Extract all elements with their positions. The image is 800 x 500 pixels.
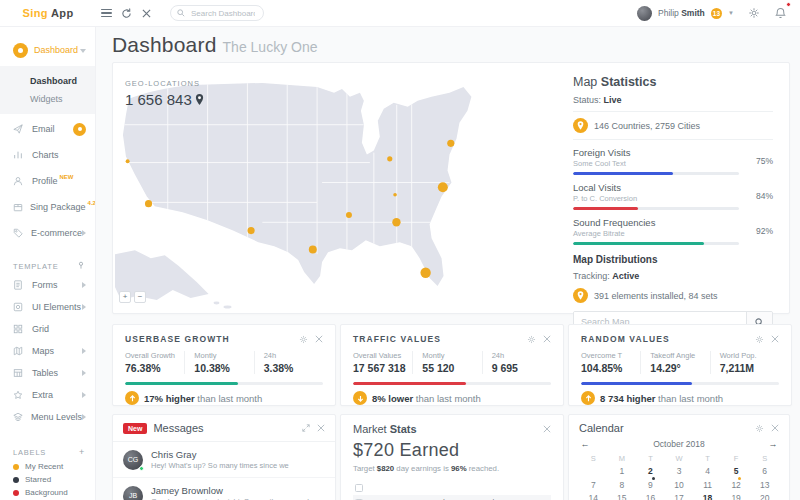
sidebar-label-starred[interactable]: Starred	[0, 473, 95, 486]
select-all-checkbox[interactable]	[355, 484, 363, 492]
add-label-button[interactable]: +	[79, 447, 85, 457]
calendar-day-4[interactable]: 4	[693, 465, 722, 479]
geo-dot[interactable]	[248, 227, 255, 234]
sidebar-item-email[interactable]: Email	[0, 118, 95, 140]
calendar-day-17[interactable]: 17	[665, 492, 694, 500]
expand-icon[interactable]	[302, 424, 310, 432]
calendar-day-3[interactable]: 3	[665, 465, 694, 479]
calendar-day-8[interactable]: 8	[608, 479, 637, 493]
sidebar-item-e-commerce[interactable]: E-commerce	[0, 222, 95, 244]
sidebar-item-charts[interactable]: Charts	[0, 144, 95, 166]
calendar-day-6[interactable]: 6	[750, 465, 779, 479]
gear-icon[interactable]	[744, 3, 764, 23]
sidebar-subitem-widgets[interactable]: Widgets	[0, 90, 95, 108]
sidebar-item-profile[interactable]: ProfileNEW	[0, 170, 95, 192]
chevron-down-icon[interactable]: ▼	[728, 10, 734, 16]
close-icon[interactable]	[771, 335, 779, 344]
close-icon[interactable]	[317, 424, 325, 432]
notifications-bell-icon[interactable]	[770, 3, 790, 23]
sidebar-item-ui-elements[interactable]: UI Elements	[0, 296, 95, 318]
gear-icon[interactable]	[299, 335, 308, 344]
geo-dot[interactable]	[346, 212, 352, 218]
refresh-icon[interactable]	[116, 3, 136, 23]
map-statistics-title: Map Statistics	[573, 75, 773, 89]
sidebar-item-grid[interactable]: Grid	[0, 318, 95, 340]
geo-dot[interactable]	[420, 268, 430, 278]
geo-dot[interactable]	[438, 182, 448, 192]
chevron-right-icon	[82, 414, 86, 421]
chevron-down-icon	[80, 47, 86, 54]
gear-icon[interactable]	[755, 335, 764, 344]
package-icon	[13, 202, 23, 212]
gear-icon[interactable]	[755, 424, 764, 433]
calendar-day-20[interactable]: 20	[750, 492, 779, 500]
calendar-day-11[interactable]: 11	[693, 479, 722, 493]
sidebar-item-forms[interactable]: Forms	[0, 274, 95, 296]
map-pin-icon	[195, 94, 204, 105]
calendar-day-5[interactable]: 5	[722, 465, 751, 479]
geo-dot[interactable]	[387, 156, 392, 161]
map-zoom-out-button[interactable]: −	[134, 291, 146, 303]
calendar-day-header: S	[579, 452, 608, 465]
sidebar-label-background[interactable]: Background	[0, 486, 95, 499]
sidebar-item-dashboard[interactable]: Dashboard	[0, 39, 95, 61]
sidebar-item-extra[interactable]: Extra	[0, 384, 95, 406]
message-item[interactable]: JBJamey BrownlowGood news coming tonight…	[113, 478, 335, 500]
stat-footnote: 8% lower than last month	[353, 391, 551, 405]
pin-icon[interactable]	[77, 261, 85, 271]
calendar-day-12[interactable]: 12	[722, 479, 751, 493]
geo-dot[interactable]	[145, 200, 152, 207]
page-subtitle: The Lucky One	[223, 39, 318, 55]
calendar-day-19[interactable]: 19	[722, 492, 751, 500]
sidebar-item-maps[interactable]: Maps	[0, 340, 95, 362]
calendar-day-10[interactable]: 10	[665, 479, 694, 493]
calendar-day-15[interactable]: 15	[608, 492, 637, 500]
geo-dot[interactable]	[393, 193, 397, 197]
map-area[interactable]: GEO-LOCATIONS 1 656 843 + −	[113, 63, 563, 313]
hamburger-menu-icon[interactable]	[96, 3, 116, 23]
sidebar-item-label: Sing Package	[30, 202, 86, 212]
close-icon[interactable]	[543, 335, 551, 344]
calendar-next-button[interactable]: →	[767, 439, 779, 449]
app-logo[interactable]: Sing App	[0, 7, 96, 19]
close-icon[interactable]	[543, 425, 551, 433]
stat-progress-fill	[581, 382, 692, 385]
geo-dot[interactable]	[392, 218, 400, 226]
user-avatar[interactable]	[637, 6, 652, 21]
calendar-day-2[interactable]: 2	[636, 465, 665, 479]
sidebar-subitem-dashboard[interactable]: Dashboard	[0, 72, 95, 90]
messages-list: CGChris GrayHey! What's up? So many time…	[113, 442, 335, 500]
calendar-day-9[interactable]: 9	[636, 479, 665, 493]
close-icon[interactable]	[315, 335, 323, 344]
geo-dot[interactable]	[309, 245, 317, 253]
map-status: Status: Live	[573, 95, 773, 105]
stat-card-userbase-growth: USERBASE GROWTHOverall Growth76.38%Montl…	[112, 324, 336, 406]
gear-icon[interactable]	[527, 335, 536, 344]
map-zoom-in-button[interactable]: +	[119, 291, 131, 303]
calendar-day-1[interactable]: 1	[608, 465, 637, 479]
sidebar-item-sing-package[interactable]: Sing Package4.2	[0, 196, 95, 218]
close-icon[interactable]	[136, 3, 156, 23]
close-icon[interactable]	[771, 424, 779, 433]
calendar-prev-button[interactable]: ←	[579, 439, 591, 449]
sidebar-item-tables[interactable]: Tables	[0, 362, 95, 384]
sidebar-item-menu-levels[interactable]: Menu Levels	[0, 406, 95, 428]
message-item[interactable]: CGChris GrayHey! What's up? So many time…	[113, 442, 335, 478]
search-input[interactable]	[189, 8, 257, 19]
calendar-day-16[interactable]: 16	[636, 492, 665, 500]
market-stats-title: Market Stats	[353, 423, 417, 435]
bar-chart-icon	[13, 150, 25, 160]
calendar-day-18[interactable]: 18	[693, 492, 722, 500]
stat-label: 24h	[492, 351, 545, 360]
geo-dot[interactable]	[126, 159, 130, 163]
calendar-day-13[interactable]: 13	[750, 479, 779, 493]
stat-label: Montly	[194, 351, 247, 360]
market-table-row[interactable]: HP Core i7$346.1	[353, 495, 551, 500]
map-statistics-panel: Map Statistics Status: Live 146 Countrie…	[563, 63, 789, 313]
calendar-day-14[interactable]: 14	[579, 492, 608, 500]
user-name[interactable]: Philip Smith	[658, 8, 705, 18]
sidebar-label-my-recent[interactable]: My Recent	[0, 460, 95, 473]
sidebar-item-label: Profile	[32, 176, 58, 186]
geo-dot[interactable]	[447, 140, 454, 147]
calendar-day-7[interactable]: 7	[579, 479, 608, 493]
